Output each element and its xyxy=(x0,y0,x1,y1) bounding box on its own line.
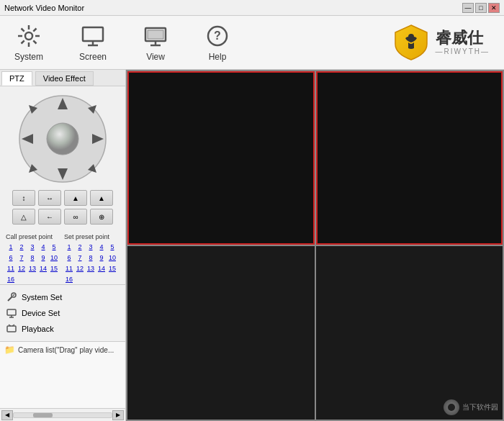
playback-item[interactable]: Playback xyxy=(6,321,120,337)
call-2[interactable]: 2 xyxy=(17,242,27,252)
monitor-small-icon xyxy=(6,307,17,319)
screen-icon xyxy=(80,23,106,49)
set-12[interactable]: 12 xyxy=(75,263,85,273)
set-preset-label: Set preset point xyxy=(64,233,120,240)
set-15[interactable]: 15 xyxy=(107,263,117,273)
set-4[interactable]: 4 xyxy=(96,242,107,252)
view-icon xyxy=(143,23,168,49)
set-5[interactable]: 5 xyxy=(107,242,117,252)
call-preset-label: Call preset point xyxy=(6,233,61,240)
toolbar-system[interactable]: System xyxy=(14,23,43,62)
ptz-btn-triangle[interactable]: △ xyxy=(12,209,35,225)
set-2[interactable]: 2 xyxy=(75,242,85,252)
call-4[interactable]: 4 xyxy=(38,242,48,252)
video-cell-bottom-right[interactable]: 当下软件园 xyxy=(316,246,503,420)
call-11[interactable]: 11 xyxy=(6,263,16,273)
call-1[interactable]: 1 xyxy=(6,242,16,252)
svg-line-6 xyxy=(33,40,36,43)
video-cell-bottom-left[interactable] xyxy=(127,246,315,420)
title-bar-controls: — □ ✕ xyxy=(462,3,500,13)
camera-list-header: 📁 Camera list("Drag" play vide... xyxy=(4,345,121,355)
toolbar-help[interactable]: ? Help xyxy=(204,23,230,62)
watermark-text: 当下软件园 xyxy=(462,402,498,412)
ptz-btn-back[interactable]: ← xyxy=(38,209,61,225)
ptz-btn-plus[interactable]: ⊕ xyxy=(90,209,113,225)
svg-rect-27 xyxy=(7,326,16,332)
scroll-right-btn[interactable]: ▶ xyxy=(112,410,124,420)
logo-subtext: —RIWYTH— xyxy=(436,47,490,55)
scroll-left-btn[interactable]: ◀ xyxy=(1,410,13,420)
set-16[interactable]: 16 xyxy=(64,274,74,284)
set-14[interactable]: 14 xyxy=(96,263,107,273)
call-12[interactable]: 12 xyxy=(17,263,27,273)
svg-line-21 xyxy=(8,296,12,301)
svg-rect-24 xyxy=(7,309,16,315)
camera-list[interactable]: 📁 Camera list("Drag" play vide... xyxy=(0,341,125,408)
ptz-zoom-in-btn[interactable]: ↕ xyxy=(12,190,35,206)
call-3[interactable]: 3 xyxy=(27,242,37,252)
call-15[interactable]: 15 xyxy=(49,263,59,273)
left-panel: PTZ Video Effect xyxy=(0,70,126,421)
ptz-tabs: PTZ Video Effect xyxy=(0,70,125,86)
logo-shield-icon xyxy=(391,22,431,63)
call-13[interactable]: 13 xyxy=(27,263,37,273)
gear-icon xyxy=(16,23,42,49)
svg-line-23 xyxy=(13,294,14,296)
ptz-btn-loop[interactable]: ∞ xyxy=(64,209,87,225)
video-cell-top-right[interactable] xyxy=(316,71,503,245)
set-6[interactable]: 6 xyxy=(64,253,74,263)
logo-chinese-name: 睿威仕 xyxy=(436,30,490,47)
scrollbar-area: ◀ ▶ xyxy=(0,408,125,421)
call-6[interactable]: 6 xyxy=(6,253,16,263)
screen-label: Screen xyxy=(79,52,107,62)
maximize-button[interactable]: □ xyxy=(475,3,487,13)
svg-text:?: ? xyxy=(214,30,221,42)
set-7[interactable]: 7 xyxy=(75,253,85,263)
call-14[interactable]: 14 xyxy=(38,263,48,273)
tab-ptz[interactable]: PTZ xyxy=(1,71,32,86)
svg-point-20 xyxy=(47,123,78,155)
view-label: View xyxy=(146,52,165,62)
set-8[interactable]: 8 xyxy=(86,253,96,263)
set-preset-numbers: 1 2 3 4 5 6 7 8 9 10 11 12 13 14 xyxy=(64,242,120,284)
call-preset-numbers: 1 2 3 4 5 6 7 8 9 10 11 12 13 14 xyxy=(6,242,61,284)
camera-list-label: Camera list("Drag" play vide... xyxy=(18,346,114,354)
toolbar-view[interactable]: View xyxy=(143,23,168,62)
toolbar: System Screen View ? xyxy=(0,16,504,70)
video-area: 当下软件园 xyxy=(126,70,504,421)
system-set-item[interactable]: System Set xyxy=(6,289,120,305)
call-5[interactable]: 5 xyxy=(49,242,59,252)
set-1[interactable]: 1 xyxy=(64,242,74,252)
set-10[interactable]: 10 xyxy=(107,253,117,263)
set-3[interactable]: 3 xyxy=(86,242,96,252)
call-8[interactable]: 8 xyxy=(27,253,37,263)
folder-icon: 📁 xyxy=(4,345,15,355)
minimize-button[interactable]: — xyxy=(462,3,474,13)
video-cell-top-left[interactable] xyxy=(127,71,315,245)
ptz-btn-row-2: △ ← ∞ ⊕ xyxy=(12,209,113,225)
svg-line-8 xyxy=(22,40,24,43)
close-button[interactable]: ✕ xyxy=(488,3,500,13)
set-13[interactable]: 13 xyxy=(86,263,96,273)
call-16[interactable]: 16 xyxy=(6,274,16,284)
ptz-focus-btn[interactable]: ▲ xyxy=(64,190,87,206)
toolbar-screen[interactable]: Screen xyxy=(79,23,107,62)
system-label: System xyxy=(14,52,43,62)
wrench-icon xyxy=(6,291,17,303)
svg-point-0 xyxy=(25,32,32,40)
device-set-item[interactable]: Device Set xyxy=(6,305,120,321)
scrollbar-track[interactable] xyxy=(13,412,112,418)
call-9[interactable]: 9 xyxy=(38,253,48,263)
tab-video-effect[interactable]: Video Effect xyxy=(35,71,94,86)
help-label: Help xyxy=(209,52,227,62)
call-10[interactable]: 10 xyxy=(49,253,59,263)
set-11[interactable]: 11 xyxy=(64,263,74,273)
logo: 睿威仕 —RIWYTH— xyxy=(391,22,490,63)
ptz-iris-btn[interactable]: ▲ xyxy=(90,190,113,206)
svg-rect-9 xyxy=(83,27,103,41)
ptz-zoom-out-btn[interactable]: ↔ xyxy=(38,190,61,206)
ptz-controller: ↕ ↔ ▲ ▲ △ ← ∞ ⊕ xyxy=(0,86,125,233)
call-7[interactable]: 7 xyxy=(17,253,27,263)
set-9[interactable]: 9 xyxy=(96,253,107,263)
scrollbar-thumb[interactable] xyxy=(33,413,53,417)
